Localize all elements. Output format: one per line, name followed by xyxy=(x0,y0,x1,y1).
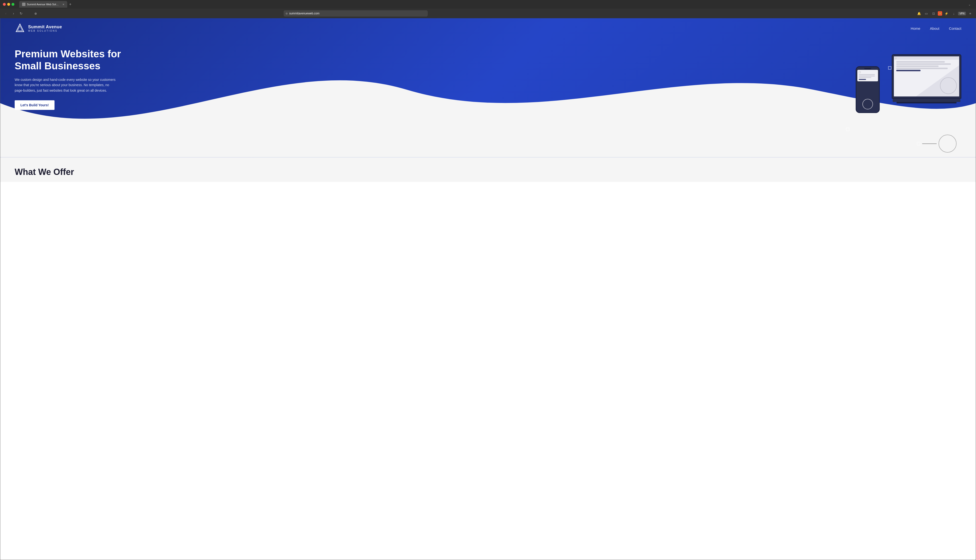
laptop-circle xyxy=(940,77,957,94)
nav-contact[interactable]: Contact xyxy=(949,27,961,30)
laptop-screen-header xyxy=(894,57,959,60)
phone-button-bar xyxy=(859,79,866,80)
monitor-stand-area xyxy=(917,135,956,153)
screenshot-icon[interactable]: ⊡ xyxy=(931,10,936,16)
nav-home[interactable]: Home xyxy=(911,27,920,30)
downloads-icon[interactable]: ↓ xyxy=(951,10,956,16)
refresh-icon: ↻ xyxy=(20,12,23,15)
phone-dot xyxy=(859,71,861,73)
close-button[interactable] xyxy=(3,3,6,6)
laptop-line-2 xyxy=(896,63,951,65)
svg-marker-0 xyxy=(16,24,24,32)
laptop-base xyxy=(892,98,960,102)
below-fold-section: What We Offer xyxy=(0,157,976,182)
laptop-screen xyxy=(892,54,961,98)
phone-circle xyxy=(862,99,873,109)
stand-line xyxy=(922,143,937,144)
laptop-line-1 xyxy=(896,61,945,63)
phone-body xyxy=(856,66,880,113)
maximize-button[interactable] xyxy=(12,3,14,6)
bookmark-icon: ⊕ xyxy=(34,12,37,15)
sidebar-icon[interactable]: ▭ xyxy=(923,10,929,16)
cta-button[interactable]: Let's Build Yours! xyxy=(15,100,55,110)
logo-icon xyxy=(15,23,25,33)
window-menu-icon: ⌄ xyxy=(968,3,971,6)
logo-area: Summit Avenue WEB SOLUTIONS xyxy=(15,23,62,33)
float-square-1 xyxy=(888,66,891,70)
section-title: What We Offer xyxy=(15,167,961,177)
browser-toolbar: ‹ › ↻ ⊕ ⊜ 🔔 ▭ ⊡ 🦁 ⚡ ↓ VPN ≡ xyxy=(0,8,976,18)
back-button[interactable]: ‹ xyxy=(3,10,8,16)
tab-bar: Summit Avenue Web Solutio... ✕ + xyxy=(19,1,966,8)
refresh-button[interactable]: ↻ xyxy=(18,10,24,16)
minimize-button[interactable] xyxy=(7,3,10,6)
tab-favicon-icon xyxy=(22,3,25,6)
bookmark-button[interactable]: ⊕ xyxy=(33,10,38,16)
nav-about[interactable]: About xyxy=(930,27,939,30)
hero-description: We custom design and hand-code every web… xyxy=(15,77,115,93)
phone-screen xyxy=(857,70,878,81)
nav-links: Home About Contact xyxy=(911,27,961,30)
float-square-2 xyxy=(846,128,849,131)
vpn-button[interactable]: VPN xyxy=(958,12,966,15)
notifications-icon[interactable]: 🔔 xyxy=(916,10,922,16)
browser-window: Summit Avenue Web Solutio... ✕ + ⌄ ‹ › ↻… xyxy=(0,0,976,560)
new-tab-button[interactable]: + xyxy=(68,2,72,7)
address-input[interactable] xyxy=(289,12,426,15)
hero-section: Summit Avenue WEB SOLUTIONS Home About C… xyxy=(0,18,976,157)
screen-dot xyxy=(895,58,896,59)
devices-illustration xyxy=(846,47,961,153)
logo-text: Summit Avenue WEB SOLUTIONS xyxy=(28,25,62,32)
forward-icon: › xyxy=(13,12,14,15)
phone-line-3 xyxy=(859,77,871,78)
extensions-icon[interactable]: ⚡ xyxy=(944,10,949,16)
tab-title: Summit Avenue Web Solutio... xyxy=(27,3,60,6)
traffic-lights xyxy=(3,3,14,6)
laptop-screen-inner xyxy=(894,57,959,97)
phone-notch xyxy=(864,68,871,69)
active-tab[interactable]: Summit Avenue Web Solutio... ✕ xyxy=(19,1,67,8)
browser-titlebar: Summit Avenue Web Solutio... ✕ + ⌄ xyxy=(0,0,976,8)
svg-marker-1 xyxy=(18,26,22,31)
menu-button[interactable]: ≡ xyxy=(968,10,973,16)
address-bar-container: ⊜ xyxy=(284,10,428,17)
lock-icon: ⊜ xyxy=(286,12,288,15)
hero-content: Premium Websites for Small Businesses We… xyxy=(0,38,140,129)
tab-close-icon[interactable]: ✕ xyxy=(62,3,64,6)
phone-line-1 xyxy=(859,74,875,75)
back-icon: ‹ xyxy=(5,12,7,15)
laptop-device xyxy=(892,54,961,107)
external-circle xyxy=(939,135,956,153)
toolbar-right: 🔔 ▭ ⊡ 🦁 ⚡ ↓ VPN ≡ xyxy=(916,10,973,16)
laptop-foot xyxy=(896,102,956,103)
logo-subtitle: WEB SOLUTIONS xyxy=(28,30,62,32)
hero-wave-svg xyxy=(0,35,976,157)
hero-title: Premium Websites for Small Businesses xyxy=(15,48,125,72)
brave-shield-icon[interactable]: 🦁 xyxy=(938,11,942,16)
stand-small-sq xyxy=(917,142,920,145)
phone-line-2 xyxy=(859,76,875,77)
forward-button[interactable]: › xyxy=(10,10,16,16)
logo-name: Summit Avenue xyxy=(28,25,62,30)
website-content: Summit Avenue WEB SOLUTIONS Home About C… xyxy=(0,18,976,560)
phone-device xyxy=(856,66,880,113)
